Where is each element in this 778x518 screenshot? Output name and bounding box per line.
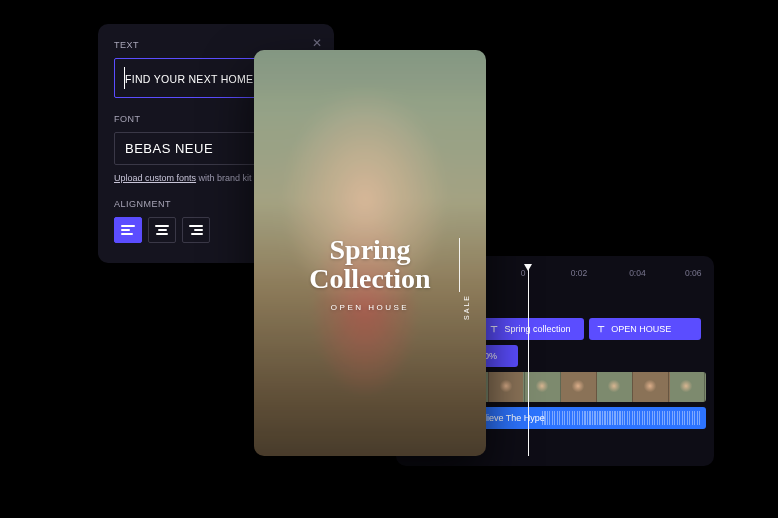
video-track (452, 372, 706, 402)
ruler-tick: 0:04 (629, 268, 646, 278)
time-ruler[interactable]: 0 0:02 0:04 0:06 (452, 268, 706, 286)
zoom-track: 100% (452, 345, 706, 367)
ruler-tick: 0:02 (571, 268, 588, 278)
video-clip[interactable] (452, 372, 706, 402)
text-section-label: TEXT (114, 40, 318, 50)
preview-side-label: SALE (463, 294, 470, 320)
video-preview[interactable]: Spring Collection OPEN HOUSE SALE (254, 50, 486, 456)
text-icon (489, 324, 499, 334)
preview-subtitle: OPEN HOUSE (254, 303, 486, 312)
ruler-tick: 0:06 (685, 268, 702, 278)
align-left-button[interactable] (114, 217, 142, 243)
preview-title-block: Spring Collection OPEN HOUSE (254, 236, 486, 312)
preview-title-line1: Spring (254, 236, 486, 264)
align-center-button[interactable] (148, 217, 176, 243)
upload-fonts-link[interactable]: Upload custom fonts (114, 173, 196, 183)
text-icon (596, 324, 606, 334)
text-clip-openhouse[interactable]: OPEN HOUSE (589, 318, 701, 340)
close-icon[interactable]: ✕ (312, 36, 322, 50)
align-right-button[interactable] (182, 217, 210, 243)
tracks-container: Spring collection OPEN HOUSE 100% (452, 318, 706, 429)
text-clip-spring[interactable]: Spring collection (482, 318, 584, 340)
audio-track: Believe The Hype (452, 407, 706, 429)
playhead[interactable] (528, 264, 529, 456)
audio-clip[interactable]: Believe The Hype (452, 407, 706, 429)
preview-title-line2: Collection (254, 264, 486, 293)
text-track: Spring collection OPEN HOUSE (452, 318, 706, 340)
font-name: BEBAS NEUE (125, 141, 213, 156)
preview-divider (459, 238, 460, 292)
